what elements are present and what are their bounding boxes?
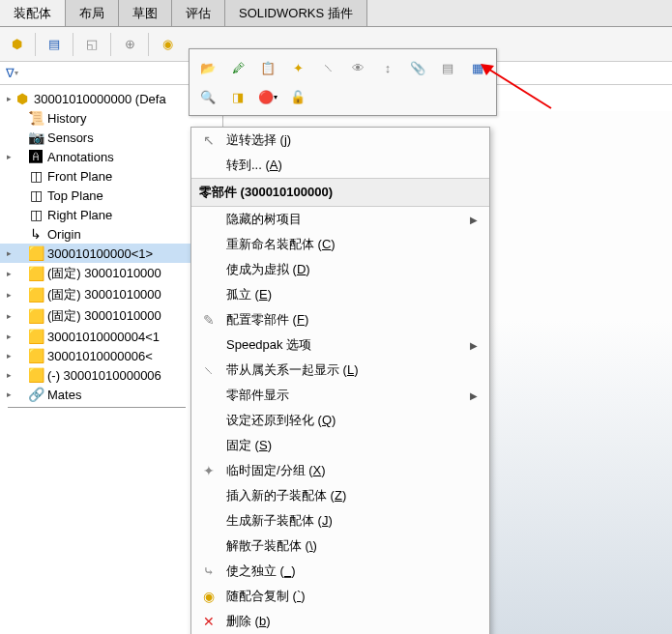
menu-item-label: 逆转选择 (j): [222, 131, 482, 149]
expand-icon[interactable]: ▸: [4, 248, 14, 258]
command-tabs: 装配体 布局 草图 评估 SOLIDWORKS 插件: [0, 0, 672, 27]
menu-item-label: 使成为虚拟 (D): [222, 261, 482, 278]
tree-item-2[interactable]: ▸🅰Annotations: [0, 147, 193, 166]
tree-item-5[interactable]: ◫Right Plane: [0, 205, 193, 224]
float-icon[interactable]: 🔓: [285, 84, 310, 109]
expand-icon[interactable]: ▸: [4, 351, 14, 360]
cm-main-9[interactable]: 固定 (S): [191, 433, 489, 458]
cm-main-6[interactable]: ⟍带从属关系一起显示 (L): [191, 358, 489, 383]
filter-dropdown-icon[interactable]: ▾: [15, 69, 18, 77]
item-label: Origin: [47, 227, 81, 242]
expand-icon[interactable]: ▸: [4, 389, 14, 399]
cm-main-5[interactable]: Speedpak 选项▶: [191, 332, 489, 358]
context-menu-header: 零部件 (300010100000): [191, 178, 489, 207]
item-label: Right Plane: [47, 208, 112, 222]
tree-item-8[interactable]: ▸🟨(固定) 30001010000: [0, 263, 193, 284]
tree-item-14[interactable]: ▸🔗Mates: [0, 385, 193, 404]
normal-to-icon[interactable]: ◨: [225, 84, 250, 109]
bom-icon[interactable]: ◉: [154, 31, 181, 58]
item-label: (-) 30001010000006: [47, 368, 161, 383]
cm-main-3[interactable]: 孤立 (E): [191, 282, 489, 307]
zoom-icon[interactable]: 🔍: [195, 84, 220, 109]
cm-main-2[interactable]: 使成为虚拟 (D): [191, 257, 489, 282]
cm-main-13[interactable]: 解散子装配体 (\): [191, 533, 489, 559]
item-icon: 🔗: [27, 387, 44, 402]
tree-item-4[interactable]: ◫Top Plane: [0, 186, 193, 205]
assembly-icon[interactable]: ⬢: [3, 31, 30, 58]
list-icon[interactable]: ▤: [435, 55, 460, 80]
item-label: (固定) 30001010000: [47, 307, 161, 325]
submenu-arrow-icon: ▶: [470, 340, 482, 351]
expand-icon[interactable]: ▸: [4, 152, 14, 161]
item-icon: 🟨: [27, 266, 44, 281]
tab-evaluate[interactable]: 评估: [172, 0, 225, 26]
tree-root[interactable]: ▸⬢ 30001010000000 (Defa: [0, 89, 193, 108]
cm-main-0[interactable]: 隐藏的树项目▶: [191, 207, 489, 232]
cm-main-11[interactable]: 插入新的子装配体 (Z): [191, 483, 489, 508]
menu-item-icon: ⟍: [195, 362, 222, 378]
tree-item-6[interactable]: ↳Origin: [0, 224, 193, 244]
open-part-icon[interactable]: 📂: [195, 55, 220, 80]
tab-sw-plugins[interactable]: SOLIDWORKS 插件: [225, 0, 367, 26]
tab-layout[interactable]: 布局: [66, 0, 119, 26]
menu-item-icon: ✎: [195, 312, 222, 328]
dimxpert-icon[interactable]: ◱: [78, 31, 105, 58]
submenu-arrow-icon: ▶: [470, 390, 482, 401]
cm-main-10[interactable]: ✦临时固定/分组 (X): [191, 458, 489, 483]
item-icon: 📷: [27, 130, 44, 145]
cm-main-12[interactable]: 生成新子装配体 (J): [191, 508, 489, 533]
tab-sketch[interactable]: 草图: [119, 0, 172, 26]
move-icon[interactable]: ↕: [375, 55, 400, 80]
item-icon: 🟨: [27, 245, 44, 261]
menu-item-icon: ◉: [195, 589, 222, 604]
cm-top-1[interactable]: 转到... (A): [191, 153, 489, 178]
item-icon: ◫: [27, 187, 44, 203]
tree-item-11[interactable]: ▸🟨30001010000004<1: [0, 327, 193, 346]
expand-icon[interactable]: ▸: [4, 331, 14, 341]
menu-item-label: 孤立 (E): [222, 286, 482, 303]
item-icon: 🟨: [27, 329, 44, 344]
item-icon: 🟨: [27, 367, 44, 383]
cm-main-7[interactable]: 零部件显示▶: [191, 383, 489, 408]
context-menu: ↖逆转选择 (j)转到... (A) 零部件 (300010100000) 隐藏…: [190, 127, 490, 634]
cm-main-4[interactable]: ✎配置零部件 (F): [191, 307, 489, 332]
expand-icon[interactable]: ▸: [4, 290, 14, 300]
expand-icon[interactable]: ▸: [4, 370, 14, 380]
tree-item-9[interactable]: ▸🟨(固定) 30001010000: [0, 284, 193, 305]
expand-icon[interactable]: ▸: [4, 269, 14, 278]
cm-main-14[interactable]: ⤷使之独立 (_): [191, 559, 489, 584]
cm-main-8[interactable]: 设定还原到轻化 (Q): [191, 408, 489, 433]
filter-icon[interactable]: ∇: [6, 66, 15, 80]
hide-icon[interactable]: 👁: [345, 55, 370, 80]
configuration-icon[interactable]: ▤: [41, 31, 68, 58]
menu-item-icon: ✦: [195, 463, 222, 478]
tree-item-3[interactable]: ◫Front Plane: [0, 166, 193, 186]
menu-item-icon: ✕: [195, 614, 222, 629]
tree-item-12[interactable]: ▸🟨30001010000006<: [0, 346, 193, 365]
edit-part-icon[interactable]: 🖉: [225, 55, 250, 80]
tree-item-10[interactable]: ▸🟨(固定) 30001010000: [0, 305, 193, 327]
menu-item-label: 设定还原到轻化 (Q): [222, 412, 482, 429]
svg-line-0: [486, 68, 551, 108]
cm-main-15[interactable]: ◉随配合复制 (`): [191, 584, 489, 609]
attach-icon[interactable]: 📎: [405, 55, 430, 80]
tree-item-0[interactable]: 📜History: [0, 108, 193, 128]
insert-icon[interactable]: ✦: [285, 55, 310, 80]
item-icon: 📜: [27, 110, 44, 126]
tree-item-7[interactable]: ▸🟨300010100000<1>: [0, 244, 193, 263]
appearance-icon[interactable]: 🔴▾: [255, 84, 280, 109]
tree-item-13[interactable]: ▸🟨(-) 30001010000006: [0, 365, 193, 385]
tree-item-1[interactable]: 📷Sensors: [0, 128, 193, 147]
suppress-icon[interactable]: ⟍: [315, 55, 340, 80]
menu-item-icon: ⤷: [195, 563, 222, 579]
menu-item-label: 解散子装配体 (\): [222, 537, 482, 555]
expand-icon[interactable]: ▸: [4, 311, 14, 321]
tab-assembly[interactable]: 装配体: [0, 0, 66, 26]
item-label: 30001010000006<: [47, 349, 153, 363]
item-label: Sensors: [47, 130, 94, 145]
cm-main-1[interactable]: 重新命名装配体 (C): [191, 232, 489, 257]
display-icon[interactable]: ⊕: [116, 31, 143, 58]
cm-main-16[interactable]: ✕删除 (b): [191, 609, 489, 634]
cm-top-0[interactable]: ↖逆转选择 (j): [191, 128, 489, 153]
edit-assembly-icon[interactable]: 📋: [255, 55, 280, 80]
